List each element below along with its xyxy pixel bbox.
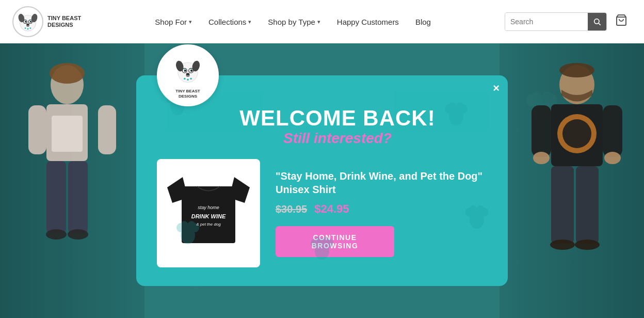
modal-body: stay home DRINK WINE & pet the dog "Stay… [157,159,487,267]
modal-subtitle: Still interested? [239,130,435,147]
svg-point-85 [445,104,453,114]
modal-title: WELCOME BACK! [239,106,435,130]
chevron-down-icon: ▾ [317,19,320,25]
search-box [505,12,607,31]
logo-text: Tiny Beast Designs [47,15,81,28]
svg-point-111 [184,69,186,70]
svg-point-12 [30,27,31,29]
svg-text:& pet the dog: & pet the dog [196,222,221,227]
header-actions [505,12,632,31]
price-row: $30.95 $24.95 [276,202,487,216]
svg-point-9 [26,24,29,26]
svg-point-10 [25,27,26,29]
svg-text:stay home: stay home [198,205,219,210]
chevron-down-icon: ▾ [189,19,192,25]
svg-point-114 [184,77,186,80]
nav-collections[interactable]: Collections ▾ [201,13,259,30]
svg-point-11 [27,28,29,30]
svg-point-8 [30,21,31,22]
svg-point-87 [456,102,464,112]
svg-line-14 [599,23,601,25]
svg-point-115 [187,78,189,81]
svg-point-116 [190,77,192,80]
modal-logo-text: Tiny Beast Designs [175,89,200,100]
search-button[interactable] [588,12,606,31]
svg-point-84 [449,108,463,125]
product-image-box: stay home DRINK WINE & pet the dog [157,159,260,267]
modal-header: WELCOME BACK! Still interested? [208,106,435,147]
logo-circle [12,6,43,37]
modal-close-button[interactable]: × [493,83,500,94]
continue-browsing-button[interactable]: CONTINUE BROWSING [276,226,394,257]
modal: Tiny Beast Designs × WELCOME BACK! Still… [136,75,508,286]
nav-happy-customers[interactable]: Happy Customers [330,13,406,30]
cart-button[interactable] [611,12,632,31]
search-input[interactable] [505,13,588,30]
chevron-down-icon: ▾ [248,19,251,25]
product-info: "Stay Home, Drink Wine, and Pet the Dog"… [276,169,487,257]
svg-point-7 [25,21,26,22]
logo[interactable]: Tiny Beast Designs [12,6,81,37]
nav-shop-by-type[interactable]: Shop by Type ▾ [261,13,327,30]
modal-logo: Tiny Beast Designs [157,44,219,106]
product-name: "Stay Home, Drink Wine, and Pet the Dog"… [276,169,487,196]
product-image: stay home DRINK WINE & pet the dog [167,172,250,255]
svg-point-86 [448,102,457,112]
svg-point-112 [190,69,192,70]
svg-point-113 [186,73,190,75]
svg-point-13 [594,19,599,24]
header: Tiny Beast Designs Shop For ▾ Collection… [0,0,644,43]
main-nav: Shop For ▾ Collections ▾ Shop by Type ▾ … [148,13,438,30]
price-sale: $24.95 [314,202,349,216]
svg-text:DRINK WINE: DRINK WINE [191,213,226,219]
nav-blog[interactable]: Blog [408,13,438,30]
nav-shop-for[interactable]: Shop For ▾ [148,13,199,30]
modal-overlay: Tiny Beast Designs × WELCOME BACK! Still… [0,43,644,318]
price-original: $30.95 [276,203,307,215]
svg-point-88 [459,104,468,114]
